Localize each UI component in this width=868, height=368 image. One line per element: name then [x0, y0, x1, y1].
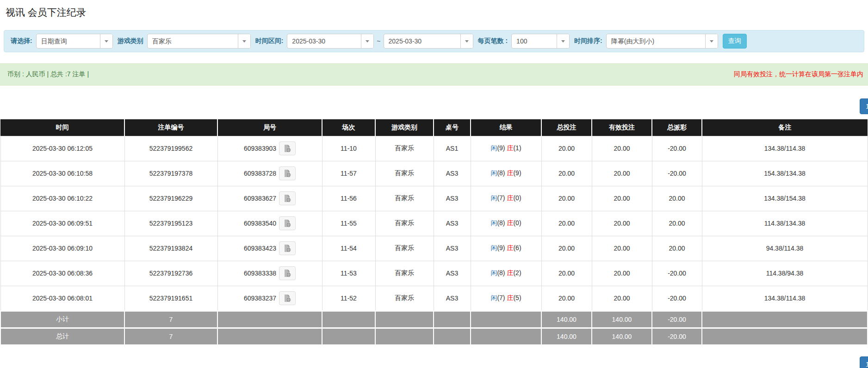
query-type-select[interactable]: 日期查询 [36, 34, 113, 49]
subtotal-row-remark [702, 311, 868, 328]
remark-cell: 114.38/134.38 [702, 211, 868, 236]
date-from-select[interactable]: 2025-03-30 [287, 34, 374, 49]
player-result-label: 闲 [490, 169, 497, 177]
total-bet-cell[interactable]: 20.00 [541, 286, 592, 311]
column-header-0: 时间 [0, 119, 124, 136]
video-replay-icon [283, 169, 292, 178]
table-no-cell: AS3 [434, 211, 471, 236]
round-id: 609383237 [244, 294, 276, 302]
table-row: 2025-03-30 06:10:58522379197378609383728… [0, 161, 868, 186]
valid-bet-cell: 20.00 [592, 286, 652, 311]
payout-cell: -20.00 [652, 161, 702, 186]
bet-id-cell: 522379192736 [124, 261, 217, 286]
bet-id-cell: 522379196229 [124, 186, 217, 211]
session-cell: 11-10 [322, 136, 375, 161]
total-bet-cell[interactable]: 20.00 [541, 236, 592, 261]
total-bet-cell[interactable]: 20.00 [541, 161, 592, 186]
date-to-select[interactable]: 2025-03-30 [384, 34, 473, 49]
sort-order-select[interactable]: 降幂(由大到小) [606, 34, 718, 49]
replay-button[interactable] [279, 291, 296, 305]
currency-total-text: 币别 : 人民币 | 总共 :7 注单 | [7, 70, 89, 79]
session-cell: 11-57 [322, 161, 375, 186]
payout-cell: -20.00 [652, 286, 702, 311]
column-header-1: 注单编号 [124, 119, 217, 136]
session-cell: 11-55 [322, 211, 375, 236]
page-size-value: 100 [512, 34, 557, 48]
round-id: 609383423 [244, 245, 276, 252]
total-row-label: 总计 [0, 328, 124, 345]
player-result-count: (9) [497, 144, 505, 152]
bet-records-table: 时间注单编号局号场次游戏类别桌号结果总投注有效投注总派彩备注 2025-03-3… [0, 119, 868, 345]
time-cell: 2025-03-30 06:12:05 [0, 136, 124, 161]
subtotal-row-valid-bet: 140.00 [592, 311, 652, 328]
replay-button[interactable] [279, 266, 296, 280]
round-id: 609383903 [244, 145, 276, 152]
player-result-label: 闲 [490, 294, 497, 301]
date-to-value: 2025-03-30 [384, 34, 460, 48]
time-cell: 2025-03-30 06:08:36 [0, 261, 124, 286]
table-no-cell: AS3 [434, 161, 471, 186]
table-row: 2025-03-30 06:09:51522379195123609383540… [0, 211, 868, 236]
subtotal-row-count: 7 [124, 311, 217, 328]
session-cell: 11-52 [322, 286, 375, 311]
banker-result-count: (1) [513, 144, 521, 152]
total-bet-cell[interactable]: 20.00 [541, 136, 592, 161]
game-type-select[interactable]: 百家乐 [147, 34, 251, 49]
player-result-count: (8) [497, 219, 505, 227]
search-button[interactable]: 查询 [723, 34, 747, 49]
game-type-cell: 百家乐 [375, 261, 434, 286]
page-1-button[interactable]: 1 [860, 356, 868, 368]
round-cell: 609383423 [217, 236, 322, 261]
time-cell: 2025-03-30 06:10:22 [0, 186, 124, 211]
chevron-down-icon [705, 34, 718, 48]
select-type-label: 请选择: [11, 37, 32, 45]
banker-result-count: (0) [513, 194, 521, 202]
column-header-8: 有效投注 [592, 119, 652, 136]
total-bet-cell[interactable]: 20.00 [541, 186, 592, 211]
session-cell: 11-54 [322, 236, 375, 261]
table-no-cell: AS1 [434, 136, 471, 161]
round-id: 609383338 [244, 270, 276, 277]
video-replay-icon [283, 144, 292, 153]
replay-button[interactable] [279, 216, 296, 230]
bet-id-cell: 522379191651 [124, 286, 217, 311]
subtotal-row: 小计7140.00140.00-20.00 [0, 311, 868, 328]
banker-result-count: (2) [513, 269, 521, 276]
total-bet-cell[interactable]: 20.00 [541, 261, 592, 286]
replay-button[interactable] [279, 241, 296, 255]
page-title: 视讯 会员下注纪录 [0, 0, 868, 19]
video-replay-icon [283, 269, 292, 277]
video-replay-icon [283, 219, 292, 227]
payout-cell: 20.00 [652, 186, 702, 211]
player-result-label: 闲 [490, 194, 497, 202]
replay-button[interactable] [279, 166, 296, 180]
column-header-6: 结果 [471, 119, 541, 136]
summary-bar: 币别 : 人民币 | 总共 :7 注单 | 同局有效投注，统一计算在该局第一张注… [0, 63, 868, 86]
replay-button[interactable] [279, 141, 296, 155]
total-row-valid-bet: 140.00 [592, 328, 652, 345]
subtotal-row-label: 小计 [0, 311, 124, 328]
pagination-top: 1 [0, 98, 868, 114]
subtotal-row-empty [434, 311, 471, 328]
chevron-down-icon [361, 34, 373, 48]
page-1-button[interactable]: 1 [860, 98, 868, 114]
subtotal-row-empty [375, 311, 434, 328]
round-id: 609383627 [244, 195, 276, 202]
table-no-cell: AS3 [434, 261, 471, 286]
valid-bet-cell: 20.00 [592, 236, 652, 261]
date-from-value: 2025-03-30 [287, 34, 361, 48]
replay-button[interactable] [279, 191, 296, 205]
column-header-10: 备注 [702, 119, 868, 136]
payout-cell: 20.00 [652, 236, 702, 261]
total-bet-cell[interactable]: 20.00 [541, 211, 592, 236]
sort-order-value: 降幂(由大到小) [607, 34, 705, 48]
bet-id-cell: 522379199562 [124, 136, 217, 161]
valid-bet-cell: 20.00 [592, 186, 652, 211]
player-result-label: 闲 [490, 244, 497, 251]
player-result-count: (9) [497, 244, 505, 251]
banker-result-label: 庄 [507, 244, 513, 251]
valid-bet-cell: 20.00 [592, 211, 652, 236]
page-size-select[interactable]: 100 [511, 34, 570, 49]
result-cell: 闲(8) 庄(0) [471, 211, 541, 236]
banker-result-label: 庄 [507, 144, 513, 152]
